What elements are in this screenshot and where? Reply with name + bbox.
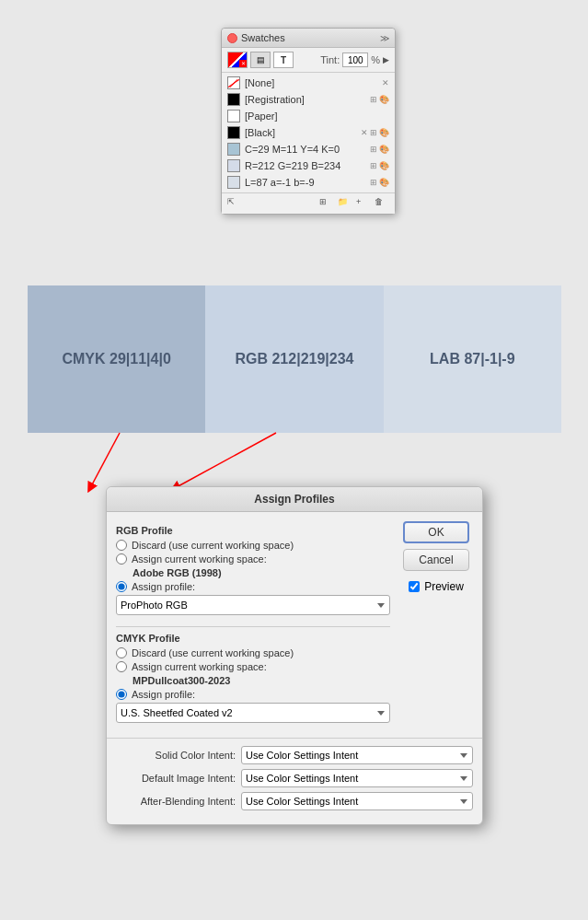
after-blending-intent-dropdown[interactable]: Use Color Settings Intent Perceptual Sat… (241, 792, 473, 810)
cmyk-working-profile-name: MPDullcoat300-2023 (133, 675, 390, 686)
panel-titlebar: Swatches ≫ (222, 29, 395, 48)
swatch-color-cmyk (227, 143, 240, 156)
cmyk-section-label: CMYK Profile (116, 633, 390, 644)
solid-color-intent-row: Solid Color Intent: Use Color Settings I… (116, 746, 473, 764)
default-image-intent-dropdown[interactable]: Use Color Settings Intent Perceptual Sat… (241, 769, 473, 787)
swatches-panel: Swatches ≫ ✕ ▤ T Tint: % ▶ [None] ✕ (221, 28, 396, 215)
rgb-discard-radio[interactable] (116, 540, 127, 551)
cmyk-assign-working-label: Assign current working space: (132, 661, 267, 672)
rgb-profile-dropdown[interactable]: ProPhoto RGB sRGB IEC61966-2.1 Adobe RGB… (116, 595, 390, 615)
panel-toolbar: ✕ ▤ T Tint: % ▶ (222, 48, 395, 73)
swatch-name-paper: [Paper] (245, 111, 389, 122)
after-blending-intent-label: After-Blending Intent: (116, 796, 236, 807)
swatch-name-cmyk: C=29 M=11 Y=4 K=0 (245, 144, 365, 155)
swatch-delete-icon[interactable]: 🗑 (375, 197, 389, 210)
swatch-name-none: [None] (245, 77, 377, 88)
swatch-name-rgb: R=212 G=219 B=234 (245, 160, 365, 171)
color-block-cmyk-label: CMYK 29|11|4|0 (62, 351, 170, 367)
swatch-grid-icon[interactable]: ⊞ (319, 197, 334, 210)
tint-input[interactable] (342, 52, 368, 67)
ok-button[interactable]: OK (403, 521, 469, 543)
swatch-color-rgb (227, 159, 240, 172)
swatch-color-registration (227, 93, 240, 106)
rgb-assign-profile-label: Assign profile: (132, 581, 195, 592)
swatch-actions-registration: ⊞ 🎨 (370, 95, 389, 104)
preview-label: Preview (424, 580, 464, 593)
swatch-folder-icon[interactable]: 📁 (338, 197, 352, 210)
rgb-assign-profile-row[interactable]: Assign profile: (116, 581, 390, 592)
swatch-actions-rgb: ⊞ 🎨 (370, 161, 389, 170)
dialog-title: Assign Profiles (254, 493, 334, 506)
tint-arrow-icon[interactable]: ▶ (383, 55, 389, 64)
dialog-titlebar: Assign Profiles (107, 487, 482, 512)
color-block-rgb-label: RGB 212|219|234 (235, 351, 353, 367)
preview-checkbox[interactable] (409, 581, 420, 592)
cmyk-assign-profile-label: Assign profile: (132, 689, 195, 700)
list-item[interactable]: [Registration] ⊞ 🎨 (222, 91, 395, 108)
rgb-assign-working-radio[interactable] (116, 553, 127, 565)
color-block-cmyk: CMYK 29|11|4|0 (28, 285, 205, 433)
cancel-button[interactable]: Cancel (403, 549, 469, 571)
swatch-name-black: [Black] (245, 127, 356, 138)
intents-section: Solid Color Intent: Use Color Settings I… (107, 738, 482, 824)
swatch-actions-black: ✕ ⊞ 🎨 (361, 128, 389, 137)
panel-title: Swatches (241, 32, 285, 43)
rgb-assign-profile-radio[interactable] (116, 581, 127, 592)
swatch-actions-lab: ⊞ 🎨 (370, 178, 389, 187)
cmyk-discard-row[interactable]: Discard (use current working space) (116, 647, 390, 658)
list-item[interactable]: [Paper] (222, 108, 395, 124)
list-item[interactable]: [None] ✕ (222, 75, 395, 91)
color-block-rgb: RGB 212|219|234 (205, 285, 383, 433)
dialog-sidebar: OK Cancel Preview (399, 521, 473, 728)
assign-profiles-dialog: Assign Profiles RGB Profile Discard (use… (106, 486, 483, 825)
solid-color-intent-dropdown[interactable]: Use Color Settings Intent Perceptual Sat… (241, 746, 473, 764)
swatch-import-icon[interactable]: ⇱ (227, 197, 242, 210)
swatches-list: [None] ✕ [Registration] ⊞ 🎨 [Paper] [Bla… (222, 73, 395, 192)
default-image-intent-label: Default Image Intent: (116, 773, 236, 784)
list-view-icon[interactable]: ▤ (250, 52, 271, 68)
rgb-working-profile-name: Adobe RGB (1998) (133, 567, 390, 578)
rgb-section-label: RGB Profile (116, 525, 390, 536)
svg-line-0 (90, 433, 120, 488)
list-item[interactable]: C=29 M=11 Y=4 K=0 ⊞ 🎨 (222, 141, 395, 157)
cmyk-assign-profile-radio[interactable] (116, 689, 127, 700)
swatch-actions-cmyk: ⊞ 🎨 (370, 145, 389, 154)
cmyk-discard-radio[interactable] (116, 647, 127, 658)
dialog-body: RGB Profile Discard (use current working… (107, 512, 482, 738)
dialog-main: RGB Profile Discard (use current working… (116, 521, 390, 728)
swatch-name-registration: [Registration] (245, 94, 365, 105)
panel-footer: ⇱ ⊞ 📁 + 🗑 (222, 192, 395, 214)
tint-section: Tint: % ▶ (320, 52, 389, 67)
swatch-color-lab (227, 176, 240, 189)
list-item[interactable]: [Black] ✕ ⊞ 🎨 (222, 124, 395, 141)
after-blending-intent-row: After-Blending Intent: Use Color Setting… (116, 792, 473, 810)
cmyk-assign-working-row[interactable]: Assign current working space: (116, 661, 390, 672)
percent-label: % (371, 54, 380, 65)
panel-close-button[interactable] (227, 33, 237, 43)
tint-label: Tint: (320, 54, 340, 65)
svg-line-1 (175, 433, 276, 488)
swatch-new-icon[interactable]: + (356, 197, 371, 210)
panel-collapse-icon[interactable]: ≫ (380, 33, 389, 43)
list-item[interactable]: R=212 G=219 B=234 ⊞ 🎨 (222, 157, 395, 174)
panel-title-left: Swatches (227, 32, 285, 43)
rgb-discard-label: Discard (use current working space) (132, 540, 294, 551)
solid-color-intent-label: Solid Color Intent: (116, 750, 236, 761)
swatch-name-lab: L=87 a=-1 b=-9 (245, 177, 365, 188)
cmyk-assign-profile-row[interactable]: Assign profile: (116, 689, 390, 700)
rgb-discard-row[interactable]: Discard (use current working space) (116, 540, 390, 551)
cmyk-discard-label: Discard (use current working space) (132, 647, 294, 658)
cmyk-profile-dropdown[interactable]: U.S. Sheetfed Coated v2 U.S. Web Coated … (116, 703, 390, 723)
rgb-assign-working-row[interactable]: Assign current working space: (116, 553, 390, 565)
cmyk-assign-working-radio[interactable] (116, 661, 127, 672)
preview-row[interactable]: Preview (409, 580, 464, 593)
color-block-lab: LAB 87|-1|-9 (384, 285, 561, 433)
swatch-color-black (227, 126, 240, 139)
swatch-actions-none: ✕ (382, 78, 389, 87)
list-item[interactable]: L=87 a=-1 b=-9 ⊞ 🎨 (222, 174, 395, 191)
color-swatches-display: CMYK 29|11|4|0 RGB 212|219|234 LAB 87|-1… (28, 285, 561, 433)
rgb-assign-working-label: Assign current working space: (132, 553, 267, 565)
text-icon[interactable]: T (273, 52, 294, 68)
color-swatch-icon[interactable]: ✕ (227, 52, 248, 68)
default-image-intent-row: Default Image Intent: Use Color Settings… (116, 769, 473, 787)
